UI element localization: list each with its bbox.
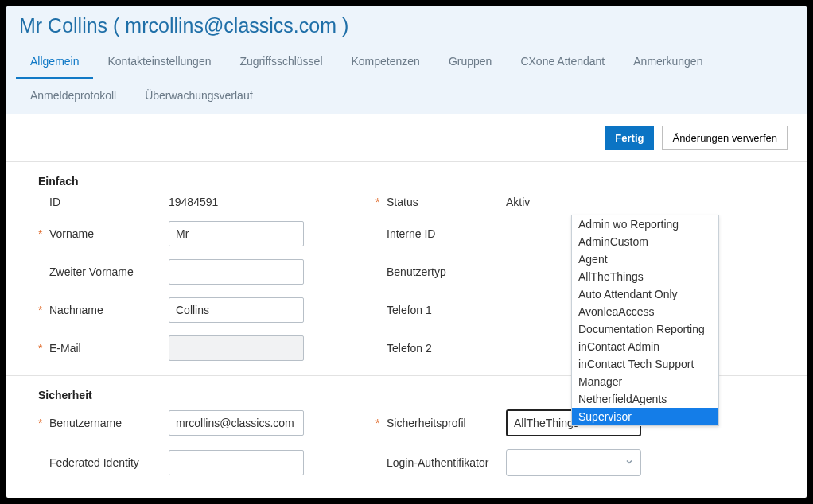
required-indicator: * [38, 227, 49, 240]
usertype-label: Benutzertyp [387, 266, 506, 278]
status-value: Aktiv [506, 196, 649, 208]
dropdown-option[interactable]: Admin wo Reporting [572, 215, 718, 233]
dropdown-option[interactable]: AdminCustom [572, 233, 718, 250]
id-value: 19484591 [169, 196, 312, 208]
tab-kompetenzen[interactable]: Kompetenzen [337, 45, 434, 79]
loginauth-select[interactable] [506, 449, 641, 476]
required-indicator: * [375, 196, 387, 208]
dropdown-option[interactable]: NetherfieldAgents [572, 390, 718, 408]
dropdown-option[interactable]: AllTheThings [572, 268, 718, 285]
middlename-input[interactable] [169, 259, 304, 285]
federated-label: Federated Identity [49, 456, 169, 469]
internalid-label: Interne ID [387, 227, 506, 240]
required-indicator: * [38, 417, 49, 429]
email-label: E-Mail [49, 342, 169, 355]
chevron-down-icon [624, 456, 634, 469]
required-indicator: * [38, 342, 49, 355]
section-basic-title: Einfach [38, 162, 788, 196]
dropdown-option[interactable]: AvonleaAccess [572, 303, 718, 320]
action-bar: Fertig Änderungen verwerfen [6, 114, 807, 162]
dropdown-option[interactable]: Documentation Reporting [572, 320, 718, 338]
page-title: Mr Collins ( mrcollins@classics.com ) [6, 6, 807, 41]
dropdown-option[interactable]: Auto Attendant Only [572, 285, 718, 303]
id-label: ID [49, 196, 169, 208]
secprofile-label: Sicherheitsprofil [387, 417, 506, 429]
tab-ueberwachungsverlauf[interactable]: Überwachungsverlauf [130, 79, 266, 114]
tab-anmeldeprotokoll[interactable]: Anmeldeprotokoll [16, 79, 130, 114]
dropdown-option[interactable]: Agent [572, 250, 718, 268]
status-label: Status [387, 196, 506, 208]
tab-anmerkungen[interactable]: Anmerkungen [619, 45, 717, 79]
lastname-label: Nachname [49, 304, 169, 316]
secprofile-dropdown[interactable]: Admin wo ReportingAdminCustomAgentAllThe… [571, 215, 719, 426]
dropdown-option[interactable]: inContact Admin [572, 338, 718, 355]
tab-gruppen[interactable]: Gruppen [434, 45, 506, 79]
dropdown-option[interactable]: Supervisor [572, 408, 718, 425]
firstname-input[interactable] [169, 221, 304, 246]
phone2-label: Telefon 2 [387, 342, 506, 355]
tab-bar: Allgemein Kontakteinstellungen Zugriffss… [6, 41, 807, 114]
username-input[interactable] [169, 410, 304, 436]
middlename-label: Zweiter Vorname [49, 266, 169, 278]
discard-button[interactable]: Änderungen verwerfen [662, 126, 788, 150]
firstname-label: Vorname [49, 227, 169, 240]
email-input[interactable] [169, 335, 304, 361]
tab-allgemein[interactable]: Allgemein [16, 45, 93, 79]
lastname-input[interactable] [169, 297, 304, 323]
required-indicator: * [375, 417, 387, 429]
tab-cxone-attendant[interactable]: CXone Attendant [506, 45, 619, 79]
secprofile-selected-value: AllTheThings [514, 417, 579, 429]
dropdown-option[interactable]: inContact Tech Support [572, 355, 718, 373]
federated-input[interactable] [169, 450, 304, 475]
done-button[interactable]: Fertig [605, 126, 654, 150]
tab-zugriffsschluessel[interactable]: Zugriffsschlüssel [225, 45, 336, 79]
username-label: Benutzername [49, 417, 169, 429]
required-indicator: * [38, 304, 49, 316]
tab-kontakteinstellungen[interactable]: Kontakteinstellungen [93, 45, 225, 79]
dropdown-option[interactable]: Manager [572, 373, 718, 390]
loginauth-label: Login-Authentifikator [387, 456, 506, 469]
phone1-label: Telefon 1 [387, 304, 506, 316]
